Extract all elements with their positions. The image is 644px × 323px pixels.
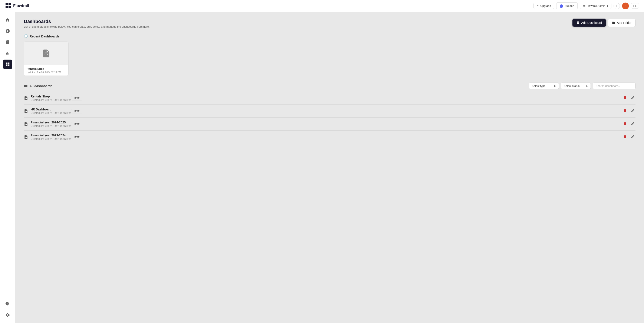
row-info: Financial year 2023-2024 Created on: Jun… [31,134,71,140]
search-input[interactable] [593,82,636,89]
status-filter-chevron: ⇅ [586,84,588,87]
add-folder-button[interactable]: Add Folder [608,19,636,27]
logo-area: Flowtrail [5,2,29,9]
support-button[interactable]: ⬤ Support [556,2,578,9]
row-info: HR Dashboard Created on: Jun 24, 2024 02… [31,108,71,114]
row-left: Financial year 2024-2025 Created on: Jun… [24,121,71,127]
card-date: Updated: Jun 24, 2024 02:13 PM [26,71,66,73]
card-preview-icon [42,49,51,58]
card-preview [24,42,68,65]
row-left: HR Dashboard Created on: Jun 24, 2024 02… [24,108,71,114]
discord-icon: ⬤ [560,4,563,8]
row-actions [622,95,636,101]
sidebar-item-dashboards[interactable] [3,59,12,69]
delete-button[interactable] [622,108,628,114]
row-left: Financial year 2023-2024 Created on: Jun… [24,134,71,140]
row-date: Created on: Jun 24, 2024 02:13 PM [31,137,71,140]
admin-button[interactable]: ▦ Flowtrail Admin ▾ [580,3,612,9]
row-date: Created on: Jun 24, 2024 02:13 PM [31,111,71,114]
add-folder-label: Add Folder [617,21,632,24]
type-filter-label: Select type [532,84,546,87]
table-row: Financial year 2023-2024 Created on: Jun… [24,131,636,143]
header-actions: ✦ Upgrade ⬤ Support ▦ Flowtrail Admin ▾ … [534,2,639,9]
row-name: HR Dashboard [31,108,71,111]
upgrade-icon: ✦ [537,4,539,7]
all-dashboards-header: All dashboards Select type ⇅ Select stat… [24,82,636,89]
svg-rect-8 [26,98,27,99]
svg-rect-0 [6,3,8,5]
sidebar [0,12,15,323]
row-actions [622,134,636,140]
edit-button[interactable] [630,134,636,140]
svg-rect-17 [26,137,27,138]
svg-rect-4 [45,54,46,56]
svg-rect-12 [25,124,26,125]
svg-rect-11 [26,111,27,112]
svg-rect-9 [25,111,26,112]
row-actions [622,121,636,127]
add-folder-icon [612,21,616,24]
row-info: Financial year 2024-2025 Created on: Jun… [31,121,71,127]
edit-button[interactable] [630,108,636,114]
svg-rect-2 [6,6,8,8]
recent-section-title: 🕐 Recent Dashboards [24,34,636,38]
plus-button[interactable]: + [614,3,620,9]
add-dashboard-label: Add Dashboard [581,21,602,24]
content-area: Dashboards List of dashboards showing be… [15,12,644,323]
card-name: Rentals Shop [26,67,66,70]
sidebar-item-home[interactable] [3,15,12,25]
row-icon [24,122,28,126]
status-badge: Draft [71,135,82,139]
svg-rect-10 [26,111,26,112]
support-label: Support [564,4,574,7]
sidebar-item-settings[interactable] [3,310,12,320]
sidebar-item-ai[interactable] [3,299,12,309]
table-row: Financial year 2024-2025 Created on: Jun… [24,118,636,131]
svg-rect-6 [25,98,26,99]
plus-icon: + [616,4,618,8]
sidebar-item-rocket[interactable] [3,26,12,36]
clock-icon: 🕐 [24,34,28,38]
row-icon [24,109,28,113]
recent-grid: Rentals Shop Updated: Jun 24, 2024 02:13… [24,41,636,76]
recent-dashboard-card[interactable]: Rentals Shop Updated: Jun 24, 2024 02:13… [24,41,68,76]
sidebar-item-data[interactable] [3,37,12,47]
status-badge: Draft [71,109,82,113]
add-dashboard-icon [576,21,580,24]
header: Flowtrail ✦ Upgrade ⬤ Support ▦ Flowtrai… [0,0,644,12]
row-left: Rentals Shop Created on: Jun 24, 2024 02… [24,95,71,101]
svg-rect-13 [26,124,26,125]
row-info: Rentals Shop Created on: Jun 24, 2024 02… [31,95,71,101]
edit-button[interactable] [630,121,636,127]
all-dashboards-title: All dashboards [24,84,52,88]
filters: Select type ⇅ Select status ⇅ [529,82,636,89]
row-date: Created on: Jun 24, 2024 02:13 PM [31,124,71,127]
folder-icon [24,84,28,88]
delete-button[interactable] [622,121,628,127]
user-initials: FL [633,4,636,7]
row-icon [24,96,28,100]
delete-button[interactable] [622,95,628,101]
status-filter-label: Select status [564,84,580,87]
status-filter[interactable]: Select status ⇅ [561,82,591,89]
delete-button[interactable] [622,134,628,140]
grid-icon: ▦ [583,4,586,7]
table-row: Rentals Shop Created on: Jun 24, 2024 02… [24,92,636,105]
svg-rect-1 [8,3,11,5]
row-name: Rentals Shop [31,95,71,98]
status-badge: Draft [71,96,82,100]
main-layout: Dashboards List of dashboards showing be… [0,12,644,323]
upgrade-button[interactable]: ✦ Upgrade [534,3,554,9]
type-filter-chevron: ⇅ [554,84,556,87]
add-dashboard-button[interactable]: Add Dashboard [572,19,606,26]
row-name: Financial year 2024-2025 [31,121,71,124]
page-title-block: Dashboards List of dashboards showing be… [24,19,150,28]
table-row: HR Dashboard Created on: Jun 24, 2024 02… [24,105,636,118]
type-filter[interactable]: Select type ⇅ [529,82,559,89]
row-date: Created on: Jun 24, 2024 02:13 PM [31,98,71,101]
sidebar-item-charts[interactable] [3,48,12,58]
svg-rect-3 [8,6,11,8]
user-initials-button[interactable]: FL [631,3,639,8]
logo-icon [5,2,11,9]
edit-button[interactable] [630,95,636,101]
